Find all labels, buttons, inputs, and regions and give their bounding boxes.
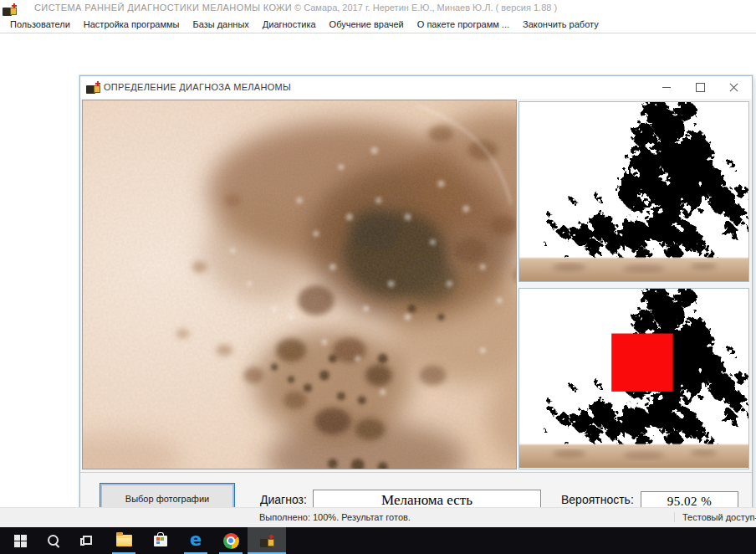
roi-mask-image — [519, 289, 748, 469]
status-session-text: Тестовый доступ-1: А — [674, 512, 756, 522]
minimize-button[interactable] — [650, 76, 683, 99]
status-progress-text: Выполнено: 100%. Результат готов. — [259, 512, 411, 522]
menu-users[interactable]: Пользователи — [3, 19, 77, 29]
menu-databases[interactable]: Базы данных — [186, 19, 255, 29]
start-button[interactable] — [5, 527, 35, 554]
task-view-button[interactable] — [72, 527, 102, 554]
desktop-screen: СИСТЕМА РАННЕЙ ДИАГНОСТИКИ МЕЛАНОМЫ КОЖИ… — [0, 0, 756, 554]
close-button[interactable] — [717, 76, 750, 99]
start-icon — [14, 535, 27, 547]
store-button[interactable] — [146, 527, 176, 554]
diagnosis-label: Диагноз: — [260, 493, 307, 506]
app-copyright: © Самара, 2017 г. Неретин Е.Ю., Минаев Ю… — [294, 3, 557, 13]
edge-icon: e — [190, 531, 202, 549]
search-button[interactable] — [38, 527, 69, 554]
menu-exit[interactable]: Закончить работу — [516, 19, 605, 29]
app-title: СИСТЕМА РАННЕЙ ДИАГНОСТИКИ МЕЛАНОМЫ КОЖИ — [34, 3, 292, 13]
file-explorer-icon — [116, 535, 132, 546]
menu-diagnostics[interactable]: Диагностика — [256, 19, 323, 29]
dialog-icon — [86, 81, 100, 94]
dialog-titlebar[interactable]: ОПРЕДЕЛЕНИЕ ДИАГНОЗА МЕЛАНОМЫ — [80, 76, 752, 99]
dialog-title: ОПРЕДЕЛЕНИЕ ДИАГНОЗА МЕЛАНОМЫ — [104, 82, 291, 92]
edge-button[interactable]: e — [181, 527, 211, 554]
app-titlebar: СИСТЕМА РАННЕЙ ДИАГНОСТИКИ МЕЛАНОМЫ КОЖИ… — [0, 0, 756, 16]
segmentation-mask-panel — [518, 101, 749, 282]
minimize-icon — [662, 87, 671, 88]
dialog-window-controls — [650, 76, 750, 99]
chrome-button[interactable] — [216, 527, 246, 554]
close-icon — [729, 83, 738, 92]
menu-about[interactable]: О пакете программ ... — [411, 19, 516, 29]
task-view-icon — [80, 536, 94, 546]
maximize-button[interactable] — [683, 76, 717, 99]
status-bar: Выполнено: 100%. Результат готов. Тестов… — [0, 507, 756, 527]
app-logo-icon — [3, 3, 17, 16]
menu-settings[interactable]: Настройка программы — [77, 19, 186, 29]
chrome-icon — [223, 533, 239, 549]
taskbar: e — [0, 527, 756, 554]
melanoma-app-taskbar-button[interactable] — [248, 527, 286, 554]
roi-mask-panel — [518, 288, 749, 469]
segmentation-mask-image — [519, 102, 748, 281]
menu-bar: Пользователи Настройка программы Базы да… — [0, 16, 756, 32]
search-icon — [47, 534, 60, 547]
diagnosis-dialog-window: ОПРЕДЕЛЕНИЕ ДИАГНОЗА МЕЛАНОМЫ — [79, 75, 753, 526]
app-title-separator: - — [276, 3, 279, 13]
roi-red-square — [611, 334, 672, 392]
dermoscopy-photo-image — [83, 100, 516, 469]
menu-doctor-training[interactable]: Обучение врачей — [323, 19, 411, 29]
dermoscopy-photo — [82, 100, 517, 469]
melanoma-app-icon — [260, 535, 274, 547]
probability-label: Вероятность: — [561, 493, 634, 506]
maximize-icon — [696, 83, 705, 92]
mdi-client-area: ОПРЕДЕЛЕНИЕ ДИАГНОЗА МЕЛАНОМЫ — [0, 33, 756, 506]
store-icon — [154, 536, 167, 546]
file-explorer-button[interactable] — [109, 527, 139, 554]
